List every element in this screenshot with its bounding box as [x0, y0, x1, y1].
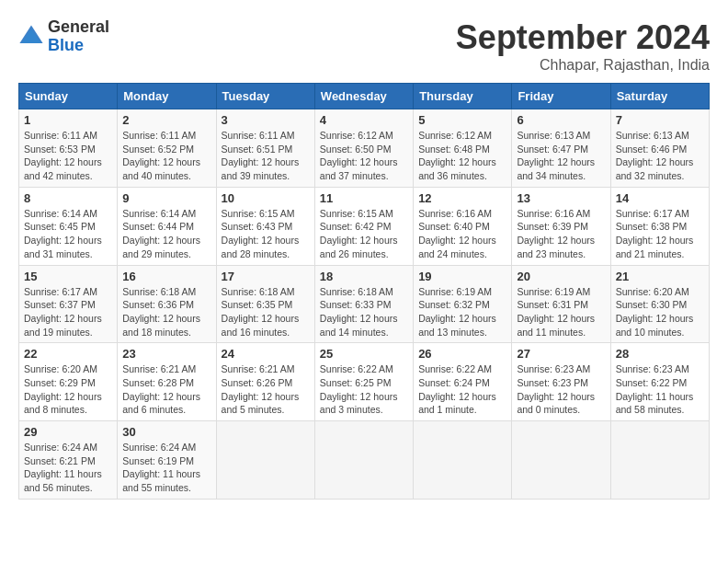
- calendar-cell: [216, 421, 314, 500]
- day-number: 2: [122, 113, 210, 127]
- day-info: Sunrise: 6:18 AMSunset: 6:36 PMDaylight:…: [122, 285, 210, 339]
- day-info: Sunrise: 6:19 AMSunset: 6:31 PMDaylight:…: [517, 285, 605, 339]
- calendar-cell: [610, 421, 709, 500]
- day-info: Sunrise: 6:13 AMSunset: 6:46 PMDaylight:…: [616, 129, 704, 183]
- calendar-cell: 16Sunrise: 6:18 AMSunset: 6:36 PMDayligh…: [118, 265, 216, 343]
- day-number: 4: [320, 113, 408, 127]
- week-row-2: 8Sunrise: 6:14 AMSunset: 6:45 PMDaylight…: [19, 187, 710, 265]
- calendar-cell: 22Sunrise: 6:20 AMSunset: 6:29 PMDayligh…: [19, 343, 118, 421]
- day-number: 20: [517, 270, 605, 283]
- day-info: Sunrise: 6:11 AMSunset: 6:51 PMDaylight:…: [222, 129, 310, 183]
- column-header-sunday: Sunday: [19, 84, 118, 109]
- calendar-cell: [512, 421, 610, 500]
- day-info: Sunrise: 6:23 AMSunset: 6:22 PMDaylight:…: [616, 362, 704, 417]
- column-header-friday: Friday: [512, 84, 610, 109]
- calendar-cell: 20Sunrise: 6:19 AMSunset: 6:31 PMDayligh…: [512, 265, 610, 343]
- calendar-cell: 21Sunrise: 6:20 AMSunset: 6:30 PMDayligh…: [610, 265, 709, 343]
- day-info: Sunrise: 6:17 AMSunset: 6:38 PMDaylight:…: [616, 207, 704, 261]
- day-info: Sunrise: 6:22 AMSunset: 6:25 PMDaylight:…: [320, 362, 408, 417]
- calendar-table: SundayMondayTuesdayWednesdayThursdayFrid…: [18, 83, 710, 500]
- day-number: 1: [24, 113, 112, 127]
- calendar-cell: [414, 421, 512, 500]
- calendar-cell: 17Sunrise: 6:18 AMSunset: 6:35 PMDayligh…: [216, 265, 314, 343]
- day-number: 3: [222, 113, 310, 127]
- day-info: Sunrise: 6:19 AMSunset: 6:32 PMDaylight:…: [418, 285, 506, 339]
- day-number: 14: [616, 191, 704, 205]
- day-info: Sunrise: 6:15 AMSunset: 6:43 PMDaylight:…: [222, 207, 310, 261]
- calendar-cell: 29Sunrise: 6:24 AMSunset: 6:21 PMDayligh…: [19, 421, 118, 500]
- day-number: 16: [122, 270, 210, 283]
- day-info: Sunrise: 6:18 AMSunset: 6:35 PMDaylight:…: [222, 285, 310, 339]
- calendar-cell: 26Sunrise: 6:22 AMSunset: 6:24 PMDayligh…: [414, 343, 512, 421]
- day-info: Sunrise: 6:13 AMSunset: 6:47 PMDaylight:…: [517, 129, 605, 183]
- day-number: 19: [418, 270, 506, 283]
- day-number: 10: [222, 191, 310, 205]
- logo-icon: [18, 24, 44, 50]
- day-info: Sunrise: 6:12 AMSunset: 6:50 PMDaylight:…: [320, 129, 408, 183]
- day-info: Sunrise: 6:16 AMSunset: 6:39 PMDaylight:…: [517, 207, 605, 261]
- day-info: Sunrise: 6:21 AMSunset: 6:26 PMDaylight:…: [222, 362, 310, 417]
- week-row-5: 29Sunrise: 6:24 AMSunset: 6:21 PMDayligh…: [19, 421, 710, 500]
- day-number: 30: [122, 425, 210, 439]
- day-number: 17: [222, 270, 310, 283]
- day-info: Sunrise: 6:12 AMSunset: 6:48 PMDaylight:…: [418, 129, 506, 183]
- day-number: 7: [616, 113, 704, 127]
- calendar-cell: 25Sunrise: 6:22 AMSunset: 6:25 PMDayligh…: [314, 343, 413, 421]
- column-header-thursday: Thursday: [414, 84, 512, 109]
- calendar-body: 1Sunrise: 6:11 AMSunset: 6:53 PMDaylight…: [19, 109, 710, 500]
- calendar-cell: 4Sunrise: 6:12 AMSunset: 6:50 PMDaylight…: [314, 109, 413, 188]
- calendar-cell: 24Sunrise: 6:21 AMSunset: 6:26 PMDayligh…: [216, 343, 314, 421]
- calendar-cell: 2Sunrise: 6:11 AMSunset: 6:52 PMDaylight…: [118, 109, 216, 188]
- logo-general-text: General: [48, 18, 109, 37]
- day-number: 24: [222, 347, 310, 361]
- column-header-wednesday: Wednesday: [314, 84, 413, 109]
- calendar-cell: 11Sunrise: 6:15 AMSunset: 6:42 PMDayligh…: [314, 187, 413, 265]
- day-number: 8: [24, 191, 112, 205]
- day-info: Sunrise: 6:24 AMSunset: 6:21 PMDaylight:…: [24, 441, 112, 495]
- day-info: Sunrise: 6:20 AMSunset: 6:30 PMDaylight:…: [616, 285, 704, 339]
- calendar-cell: 23Sunrise: 6:21 AMSunset: 6:28 PMDayligh…: [118, 343, 216, 421]
- week-row-1: 1Sunrise: 6:11 AMSunset: 6:53 PMDaylight…: [19, 109, 710, 188]
- page-header: General Blue September 2024 Chhapar, Raj…: [18, 18, 710, 74]
- day-number: 21: [616, 270, 704, 283]
- day-number: 26: [418, 347, 506, 361]
- day-number: 9: [122, 191, 210, 205]
- day-number: 5: [418, 113, 506, 127]
- day-number: 29: [24, 425, 112, 439]
- calendar-cell: 10Sunrise: 6:15 AMSunset: 6:43 PMDayligh…: [216, 187, 314, 265]
- day-number: 28: [616, 347, 704, 361]
- day-info: Sunrise: 6:23 AMSunset: 6:23 PMDaylight:…: [517, 362, 605, 417]
- calendar-cell: 9Sunrise: 6:14 AMSunset: 6:44 PMDaylight…: [118, 187, 216, 265]
- day-number: 23: [122, 347, 210, 361]
- calendar-cell: 1Sunrise: 6:11 AMSunset: 6:53 PMDaylight…: [19, 109, 118, 188]
- calendar-cell: 19Sunrise: 6:19 AMSunset: 6:32 PMDayligh…: [414, 265, 512, 343]
- column-headers-row: SundayMondayTuesdayWednesdayThursdayFrid…: [19, 84, 710, 109]
- calendar-cell: 8Sunrise: 6:14 AMSunset: 6:45 PMDaylight…: [19, 187, 118, 265]
- column-header-monday: Monday: [118, 84, 216, 109]
- day-info: Sunrise: 6:11 AMSunset: 6:52 PMDaylight:…: [122, 129, 210, 183]
- calendar-cell: 5Sunrise: 6:12 AMSunset: 6:48 PMDaylight…: [414, 109, 512, 188]
- day-number: 11: [320, 191, 408, 205]
- day-number: 13: [517, 191, 605, 205]
- calendar-cell: 14Sunrise: 6:17 AMSunset: 6:38 PMDayligh…: [610, 187, 709, 265]
- month-title: September 2024: [456, 18, 710, 57]
- day-number: 25: [320, 347, 408, 361]
- calendar-cell: 3Sunrise: 6:11 AMSunset: 6:51 PMDaylight…: [216, 109, 314, 188]
- day-number: 12: [418, 191, 506, 205]
- calendar-cell: 30Sunrise: 6:24 AMSunset: 6:19 PMDayligh…: [118, 421, 216, 500]
- day-info: Sunrise: 6:18 AMSunset: 6:33 PMDaylight:…: [320, 285, 408, 339]
- day-number: 15: [24, 270, 112, 283]
- week-row-3: 15Sunrise: 6:17 AMSunset: 6:37 PMDayligh…: [19, 265, 710, 343]
- logo-blue-text: Blue: [48, 37, 109, 55]
- calendar-cell: 18Sunrise: 6:18 AMSunset: 6:33 PMDayligh…: [314, 265, 413, 343]
- day-info: Sunrise: 6:15 AMSunset: 6:42 PMDaylight:…: [320, 207, 408, 261]
- day-number: 22: [24, 347, 112, 361]
- week-row-4: 22Sunrise: 6:20 AMSunset: 6:29 PMDayligh…: [19, 343, 710, 421]
- calendar-cell: 6Sunrise: 6:13 AMSunset: 6:47 PMDaylight…: [512, 109, 610, 188]
- title-block: September 2024 Chhapar, Rajasthan, India: [456, 18, 710, 74]
- calendar-cell: 27Sunrise: 6:23 AMSunset: 6:23 PMDayligh…: [512, 343, 610, 421]
- day-info: Sunrise: 6:11 AMSunset: 6:53 PMDaylight:…: [24, 129, 112, 183]
- calendar-cell: 28Sunrise: 6:23 AMSunset: 6:22 PMDayligh…: [610, 343, 709, 421]
- logo: General Blue: [18, 18, 109, 55]
- day-info: Sunrise: 6:20 AMSunset: 6:29 PMDaylight:…: [24, 362, 112, 417]
